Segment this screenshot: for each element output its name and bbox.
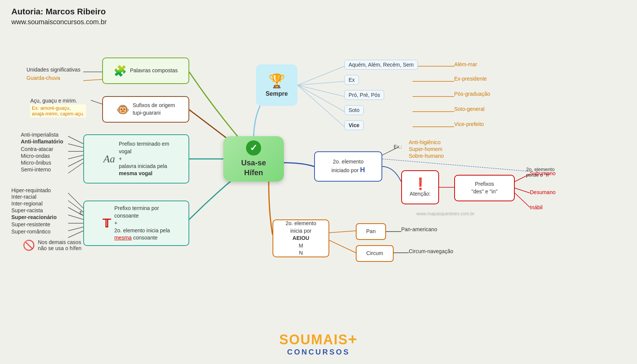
pan-node: Pan: [356, 223, 386, 240]
sempre-node: 🏆 Sempre: [256, 64, 297, 106]
trophy-icon: 🏆: [268, 73, 285, 89]
puzzle-icon: 🧩: [114, 65, 127, 77]
svg-line-17: [329, 240, 356, 253]
example-super-homem: Super-homem: [409, 146, 442, 152]
checkmark-icon: [246, 140, 261, 156]
svg-line-24: [68, 159, 83, 166]
label-unidades: Unidades significativas: [26, 67, 80, 73]
label-acu-examples: Ex: amoré-guaçu,anajá-mirim, capim-açu.: [30, 104, 86, 117]
label-acu: Açu, guaçu e mirim.: [30, 98, 77, 104]
example-super-resistente: Super-resistente: [11, 221, 50, 227]
example-micro-onibus: Micro-ônibus: [21, 160, 51, 166]
prefixo-consoante-node: 𝕋 Prefixo termina porconsoante+2o. eleme…: [83, 201, 189, 246]
sufixos-label: Sufixos de origemtupi-guarani: [132, 102, 175, 117]
svg-line-16: [329, 231, 356, 233]
circum-label: Circum: [366, 250, 383, 257]
example-anti-inflamatorio: Anti-inflamatório: [21, 138, 63, 145]
sempre-branch-ex: Ex: [344, 75, 359, 85]
example-desumano: Desumano: [530, 189, 556, 195]
sempre-branch-soto: Soto: [344, 105, 364, 115]
logo: SOUMAIS+ CONCURSOS: [279, 331, 358, 356]
palavras-compostas-label: Palavras compostas: [130, 67, 178, 75]
svg-line-32: [68, 231, 83, 238]
aa-icon: Aa: [103, 153, 115, 165]
svg-line-4: [297, 85, 344, 127]
svg-line-2: [297, 85, 344, 96]
no-sign-icon: 🚫: [23, 240, 35, 251]
pan-label: Pan: [366, 228, 376, 235]
atencao-label: Atenção:: [410, 190, 430, 198]
elem-h-label: 2o. elementoiniciado por H: [332, 158, 365, 175]
page: Autoria: Marcos Ribeiro www.soumaisconcu…: [0, 0, 637, 364]
tt-icon: 𝕋: [103, 217, 111, 230]
logo-top: SOUMAIS+: [279, 331, 358, 348]
palavras-compostas-node: 🧩 Palavras compostas: [102, 58, 189, 84]
prefixos-des-label: Prefixos"des" e "in": [472, 180, 498, 195]
svg-line-21: [68, 144, 83, 148]
elem-aeiou-label: 2o. elementoinicia porAEIOUMN: [286, 220, 316, 257]
logo-plus: +: [348, 331, 358, 347]
example-super-racista: Super-racista: [11, 207, 43, 213]
no-demais-label: Nos demais casosnão se usa o hífen: [38, 239, 81, 251]
example-circum-navegacao: Circum-navegação: [409, 248, 453, 254]
svg-line-34: [83, 79, 102, 81]
no-demais-box: 🚫 Nos demais casosnão se usa o hífen: [23, 239, 81, 251]
svg-line-14: [515, 193, 530, 207]
sempre-branch-pro: Pró, Pré, Pós: [344, 90, 384, 100]
prefixo-vogal-node: Aa Prefixo terminado emvogal+palavra ini…: [83, 134, 189, 184]
sempre-branch-vice: Vice: [344, 120, 364, 130]
svg-line-1: [297, 81, 344, 85]
svg-line-0: [297, 66, 344, 85]
circum-node: Circum: [356, 245, 394, 262]
svg-line-31: [68, 227, 83, 231]
example-contra-atacar: Contra-atacar: [21, 146, 53, 152]
example-anti-higienico: Anti-higiênico: [409, 139, 441, 145]
svg-line-25: [68, 163, 83, 173]
sempre-label: Sempre: [266, 90, 288, 97]
example-pan-americano: Pan-americano: [401, 226, 437, 232]
elem-h-node: 2o. elementoiniciado por H: [314, 151, 382, 182]
svg-line-15: [382, 159, 530, 171]
example-super-romantico: Super-romântico: [11, 229, 51, 235]
example-alem-mar: Além-mar: [454, 61, 477, 67]
example-pos-graduacao: Pós-graduação: [454, 91, 490, 97]
example-sobre-humano: Sobre-humano: [409, 153, 444, 159]
example-subumano: Subumano: [530, 170, 556, 176]
logo-soumais: SOUMAIS: [279, 332, 348, 347]
logo-area: SOUMAIS+ CONCURSOS: [279, 331, 358, 356]
svg-line-13: [515, 188, 530, 193]
central-node: Usa-seHífen: [223, 136, 284, 182]
example-inabil: Inábil: [530, 204, 542, 210]
svg-line-20: [68, 136, 83, 144]
sempre-branch-aquem: Aquém, Além, Recém, Sem: [344, 60, 418, 70]
svg-line-35: [91, 100, 102, 104]
logo-bottom: CONCURSOS: [287, 348, 350, 356]
watermark: www.mapasquestoes.com.br: [416, 211, 474, 216]
prefixo-vogal-label: Prefixo terminado emvogal+palavra inicia…: [119, 140, 169, 177]
svg-line-23: [68, 155, 83, 159]
header: Autoria: Marcos Ribeiro www.soumaisconcu…: [11, 7, 107, 26]
atencao-node: ❗ Atenção:: [401, 170, 439, 204]
prefixo-consoante-label: Prefixo termina porconsoante+2o. element…: [114, 205, 170, 242]
svg-line-3: [297, 85, 344, 112]
label-guarda-chuva: Guarda-chuva: [26, 75, 60, 81]
example-anti-imperialista: Anti-imperialista: [21, 132, 59, 138]
header-title: Autoria: Marcos Ribeiro: [11, 7, 107, 17]
monkey-icon: 🐵: [116, 103, 129, 116]
ex-label-h: Ex.:: [394, 144, 402, 149]
central-label: Usa-seHífen: [241, 158, 266, 177]
header-url: www.soumaisconcursos.com.br: [11, 18, 107, 26]
elem-aeiou-node: 2o. elementoinicia porAEIOUMN: [273, 219, 329, 257]
warning-icon: ❗: [413, 177, 427, 190]
example-soto-general: Soto-general: [454, 106, 484, 112]
example-micro-ondas: Micro-ondas: [21, 153, 50, 159]
sufixos-node: 🐵 Sufixos de origemtupi-guarani: [102, 96, 189, 123]
example-inter-regional: Inter-regional: [11, 201, 43, 207]
example-semi-interno: Semi-interno: [21, 166, 51, 173]
example-hiper: Hiper-requintado: [11, 187, 51, 193]
svg-line-26: [68, 193, 83, 208]
prefixos-des-node: Prefixos"des" e "in": [454, 175, 515, 201]
example-ex-presidente: Ex-presidente: [454, 76, 487, 82]
example-super-reacionario: Super-reacionário: [11, 214, 57, 220]
example-vice-prefeito: Vice-prefeito: [454, 121, 484, 127]
